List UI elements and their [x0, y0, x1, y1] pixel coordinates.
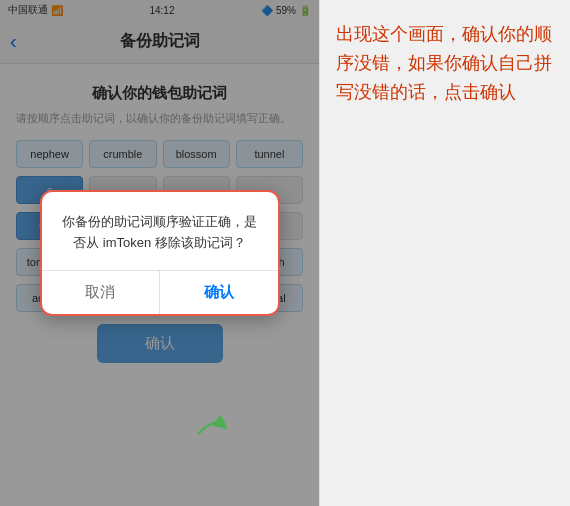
- modal-buttons: 取消 确认: [42, 270, 278, 314]
- modal-text: 你备份的助记词顺序验证正确，是否从 imToken 移除该助记词？: [58, 212, 262, 254]
- annotation-text: 出现这个画面，确认你的顺序没错，如果你确认自己拼写没错的话，点击确认: [336, 20, 554, 106]
- modal-cancel-button[interactable]: 取消: [42, 271, 161, 314]
- arrow-container: [190, 402, 230, 446]
- annotation-panel: 出现这个画面，确认你的顺序没错，如果你确认自己拼写没错的话，点击确认: [320, 0, 570, 506]
- phone-frame: 中国联通 📶 14:12 🔷 59% 🔋 ‹ 备份助记词 确认你的钱包助记词 请…: [0, 0, 320, 506]
- modal-ok-button[interactable]: 确认: [160, 271, 278, 314]
- arrow-icon: [190, 402, 230, 442]
- modal-dialog: 你备份的助记词顺序验证正确，是否从 imToken 移除该助记词？ 取消 确认: [40, 190, 280, 316]
- modal-overlay: 你备份的助记词顺序验证正确，是否从 imToken 移除该助记词？ 取消 确认: [0, 0, 319, 506]
